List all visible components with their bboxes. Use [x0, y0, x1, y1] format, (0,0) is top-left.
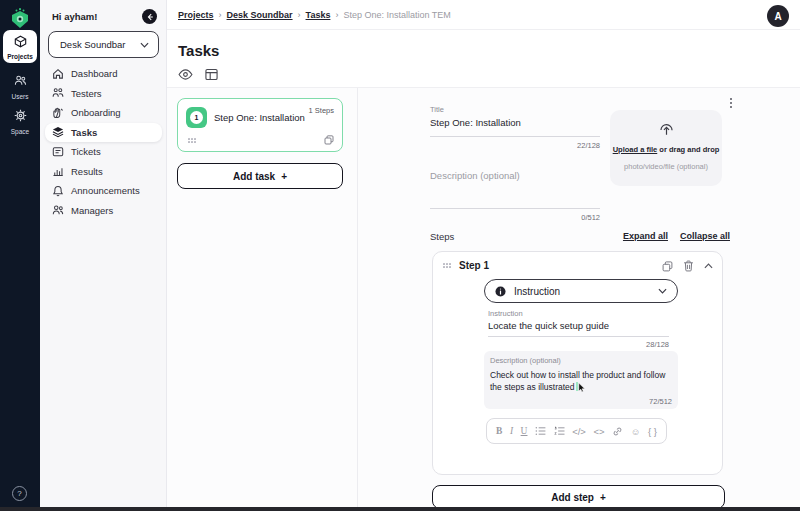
task-number-badge: 1 [186, 107, 207, 128]
rail-item-users[interactable]: Users [0, 73, 40, 100]
description-field-underline [430, 208, 600, 209]
duplicate-step-icon[interactable] [662, 261, 673, 272]
add-task-label: Add task [233, 171, 275, 182]
title-field-input[interactable]: Step One: Installation [430, 117, 521, 128]
sidebar-item-announcements[interactable]: Announcements [45, 181, 162, 201]
gear-icon [14, 108, 27, 126]
formatting-toolbar: B I U </> <> ☺ [486, 418, 667, 444]
bullet-list-icon[interactable] [535, 426, 546, 436]
add-task-button[interactable]: Add task + [177, 163, 343, 189]
instruction-field-input[interactable]: Locate the quick setup guide [488, 320, 609, 331]
breadcrumb-link-projects[interactable]: Projects [178, 10, 214, 20]
step-description-char-counter: 72/512 [649, 397, 672, 406]
home-icon [52, 68, 64, 80]
collapse-step-icon[interactable] [704, 263, 713, 269]
drag-handle-icon[interactable] [188, 138, 197, 144]
sidebar-item-testers[interactable]: Testers [45, 84, 162, 104]
description-char-counter: 0/512 [430, 213, 600, 222]
underline-icon[interactable]: U [521, 426, 528, 436]
task-card[interactable]: 1 Step One: Installation 1 Steps [177, 98, 343, 152]
cube-icon [14, 34, 27, 52]
upload-action-text: Upload a file or drag and drop [610, 145, 722, 154]
info-icon [495, 286, 506, 297]
add-step-label: Add step [551, 492, 594, 503]
expand-all-link[interactable]: Expand all [623, 231, 668, 241]
bold-icon[interactable]: B [496, 426, 502, 436]
project-selector-value: Desk Soundbar [60, 39, 140, 50]
breadcrumb: Projects › Desk Soundbar › Tasks › Step … [167, 0, 800, 30]
instruction-field-label: Instruction [488, 309, 523, 318]
numbered-list-icon[interactable] [554, 426, 565, 436]
breadcrumb-link-project[interactable]: Desk Soundbar [227, 10, 293, 20]
collapse-sidebar-button[interactable] [142, 9, 157, 24]
step-drag-handle-icon[interactable] [443, 263, 452, 269]
hand-wave-icon [52, 107, 64, 119]
sidebar-item-label: Tasks [71, 127, 97, 138]
rail-item-projects[interactable]: Projects [3, 30, 37, 63]
sidebar-item-managers[interactable]: Managers [45, 201, 162, 221]
emoji-icon[interactable]: ☺ [631, 426, 641, 437]
steps-section-label: Steps [430, 231, 454, 242]
step-description-text-line2: the steps as illustrated [490, 381, 672, 396]
kebab-menu-icon[interactable] [728, 96, 734, 110]
braces-icon[interactable]: { } [648, 426, 657, 437]
sidebar-item-tasks[interactable]: Tasks [45, 123, 162, 143]
task-steps-count: 1 Steps [309, 106, 334, 115]
chart-icon [52, 165, 64, 177]
description-field-placeholder[interactable]: Description (optional) [430, 170, 520, 181]
sidebar-item-label: Managers [71, 205, 113, 216]
board-view-icon[interactable] [205, 68, 218, 81]
help-icon[interactable]: ? [12, 486, 27, 501]
italic-icon[interactable]: I [510, 426, 513, 436]
collapse-all-link[interactable]: Collapse all [680, 231, 730, 241]
app-window: Projects Users Space ? Hi [0, 0, 800, 511]
breadcrumb-separator: › [335, 10, 338, 20]
rail-item-label: Projects [7, 53, 33, 60]
code-block-icon[interactable]: </> [572, 426, 586, 437]
sidebar-item-label: Dashboard [71, 68, 117, 79]
link-icon[interactable] [612, 426, 623, 437]
add-step-button[interactable]: Add step + [432, 485, 725, 509]
step-type-value: Instruction [514, 286, 650, 297]
mouse-cursor-icon [578, 382, 586, 396]
title-field-label: Title [430, 105, 444, 114]
duplicate-task-icon[interactable] [324, 135, 334, 145]
breadcrumb-link-tasks[interactable]: Tasks [306, 10, 331, 20]
view-toggles [178, 68, 218, 81]
step-actions [662, 260, 713, 272]
step-description-field[interactable]: Description (optional) Check out how to … [484, 351, 678, 409]
avatar-initial: A [774, 11, 781, 22]
task-number: 1 [190, 111, 203, 124]
group-icon [52, 87, 64, 99]
page-header: Tasks [167, 30, 800, 88]
project-selector[interactable]: Desk Soundbar [48, 31, 159, 58]
step-description-label: Description (optional) [490, 356, 672, 365]
chevron-down-icon [658, 288, 667, 294]
sidebar-item-tickets[interactable]: Tickets [45, 142, 162, 162]
breadcrumb-current: Step One: Installation TEM [343, 10, 450, 20]
sidebar-item-dashboard[interactable]: Dashboard [45, 64, 162, 84]
rail-item-space[interactable]: Space [0, 108, 40, 135]
upload-a-file-link[interactable]: Upload a file [613, 145, 658, 154]
step-description-text-line1: Check out how to install the product and… [490, 369, 672, 381]
app-logo-icon[interactable] [8, 7, 32, 31]
task-card-title: Step One: Installation [214, 112, 305, 123]
arrow-left-icon [146, 13, 154, 21]
sidebar-item-results[interactable]: Results [45, 162, 162, 182]
title-field-underline [430, 136, 600, 137]
avatar[interactable]: A [767, 5, 789, 27]
step-card: Step 1 Instruction [432, 251, 723, 475]
plus-icon: + [281, 171, 287, 182]
sidebar-item-onboarding[interactable]: Onboarding [45, 103, 162, 123]
step-type-selector[interactable]: Instruction [484, 279, 678, 303]
breadcrumb-separator: › [298, 10, 301, 20]
eye-icon[interactable] [178, 69, 193, 80]
help-glyph: ? [17, 489, 21, 498]
rail-item-label: Space [11, 128, 29, 135]
window-bottom-edge [0, 507, 800, 511]
sidebar-item-label: Testers [71, 88, 102, 99]
upload-dropzone[interactable]: Upload a file or drag and drop photo/vid… [610, 110, 722, 186]
delete-step-icon[interactable] [683, 260, 694, 272]
sidebar-item-label: Tickets [71, 146, 101, 157]
code-inline-icon[interactable]: <> [593, 426, 604, 437]
